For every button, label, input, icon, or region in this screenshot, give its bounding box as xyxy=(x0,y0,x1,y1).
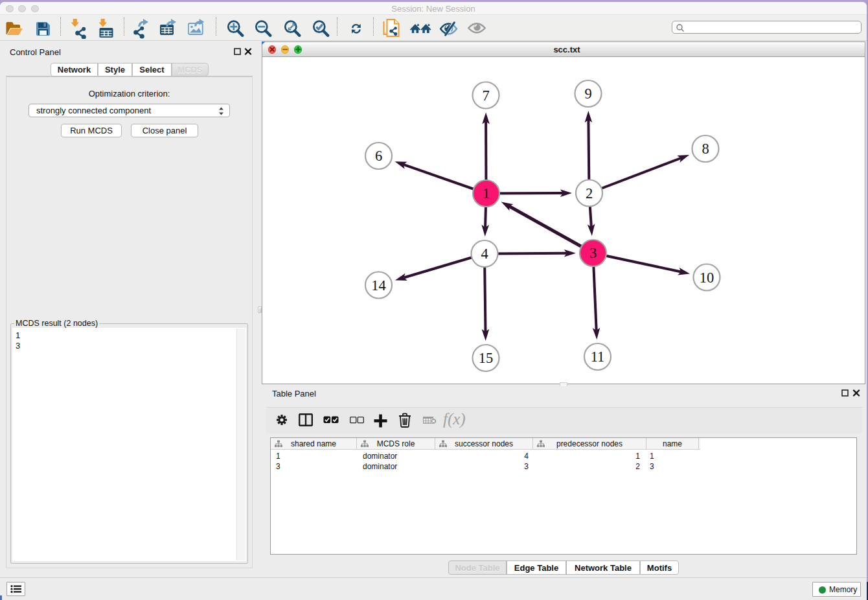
svg-text:4: 4 xyxy=(481,246,488,262)
svg-text:9: 9 xyxy=(584,86,591,102)
svg-text:f(x): f(x) xyxy=(443,411,466,428)
svg-text:14: 14 xyxy=(371,277,386,294)
svg-text:1: 1 xyxy=(483,185,490,202)
svg-text:15: 15 xyxy=(479,350,494,366)
svg-text:2: 2 xyxy=(586,185,593,202)
svg-text:10: 10 xyxy=(700,270,714,286)
svg-text:3: 3 xyxy=(589,245,597,261)
svg-text:8: 8 xyxy=(702,141,709,157)
svg-text:6: 6 xyxy=(375,148,382,164)
svg-text:11: 11 xyxy=(591,349,605,365)
svg-text:7: 7 xyxy=(482,87,489,104)
